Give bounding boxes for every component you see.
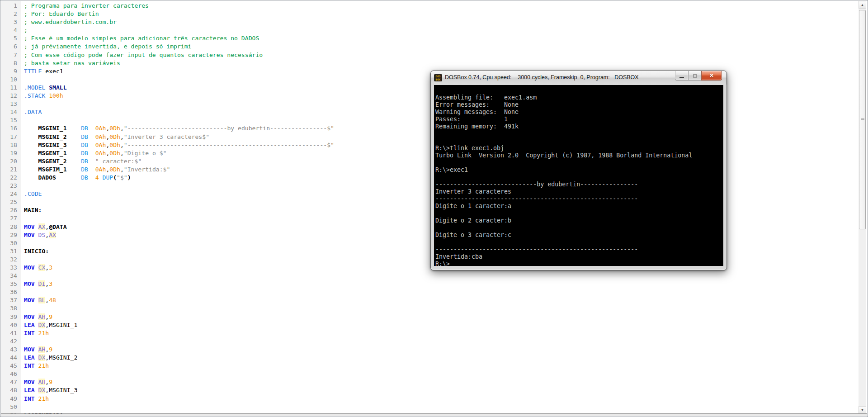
horizontal-scrollbar[interactable]: [1, 413, 867, 416]
scroll-up-button[interactable]: ▲: [859, 1, 866, 9]
console-line: R:\>exec1: [435, 166, 723, 174]
code-line[interactable]: MOV DI,3: [24, 280, 857, 288]
line-number: 9: [1, 67, 21, 76]
console-line: Digite o 1 caracter:a: [435, 203, 723, 210]
console-line: ----------------------------by edubertin…: [435, 181, 723, 188]
line-number: 6: [1, 43, 21, 51]
line-number: 2: [1, 10, 21, 18]
code-line[interactable]: MOV AH,9: [24, 346, 857, 354]
vertical-scrollbar[interactable]: ▲ ▼: [859, 1, 866, 414]
line-number: 18: [1, 141, 21, 149]
line-number: 44: [1, 354, 21, 362]
console-line: [435, 174, 723, 181]
console-line: ----------------------------------------…: [435, 195, 723, 203]
code-line[interactable]: ;: [24, 26, 857, 34]
line-number: 37: [1, 296, 21, 304]
console-line: Error messages: None: [435, 101, 723, 109]
line-number: 17: [1, 133, 21, 141]
line-number: 13: [1, 100, 21, 108]
scroll-thumb[interactable]: [859, 10, 866, 229]
minimize-button[interactable]: [675, 71, 689, 81]
line-number: 25: [1, 198, 21, 206]
line-number: 15: [1, 116, 21, 124]
console-line: Warning messages: None: [435, 109, 723, 116]
code-line[interactable]: [24, 288, 857, 296]
line-number: 22: [1, 174, 21, 182]
line-number: 28: [1, 223, 21, 231]
line-number: 30: [1, 239, 21, 247]
console-line: Turbo Link Version 2.0 Copyright (c) 198…: [435, 152, 723, 159]
line-number: 5: [1, 34, 21, 43]
console-line: [435, 137, 723, 145]
line-number: 31: [1, 247, 21, 256]
minimize-icon: [679, 77, 684, 78]
line-number: 41: [1, 329, 21, 337]
console-line: Remaining memory: 491k: [435, 123, 723, 130]
line-number: 12: [1, 92, 21, 100]
line-number: 19: [1, 149, 21, 157]
code-line[interactable]: ; www.eduardobertin.com.br: [24, 18, 857, 26]
code-line[interactable]: ; Programa para inverter caracteres: [24, 2, 857, 10]
scroll-down-button[interactable]: ▼: [859, 406, 866, 414]
code-line[interactable]: ; já préviamente invertida, e depois só …: [24, 43, 857, 51]
console-line: [435, 224, 723, 232]
line-number: 24: [1, 190, 21, 198]
line-number: 43: [1, 346, 21, 354]
code-line[interactable]: INT 21h: [24, 362, 857, 370]
chevron-up-icon: ▲: [861, 3, 864, 6]
line-number: 42: [1, 337, 21, 346]
code-line[interactable]: ; Por: Eduardo Bertin: [24, 10, 857, 18]
code-line[interactable]: ; Esse é um modelo simples para adiciona…: [24, 34, 857, 43]
scroll-grip-icon: [861, 118, 864, 121]
gutter: 1234567891011121314151617181920212223242…: [1, 1, 21, 415]
line-number: 46: [1, 370, 21, 378]
editor-window: 1234567891011121314151617181920212223242…: [0, 0, 868, 417]
close-button[interactable]: ✕: [701, 71, 722, 81]
console-line: [435, 210, 723, 217]
line-number: 36: [1, 288, 21, 296]
code-line[interactable]: ; basta setar nas variáveis: [24, 59, 857, 67]
console-line: ----------------------------------------…: [435, 246, 723, 253]
window-title: DOSBox 0.74, Cpu speed: 3000 cycles, Fra…: [445, 71, 639, 85]
maximize-button[interactable]: [689, 71, 701, 81]
code-line[interactable]: LEA DX,MSGINI_3: [24, 386, 857, 394]
line-number: 10: [1, 76, 21, 84]
line-number: 23: [1, 182, 21, 190]
line-number: 1: [1, 2, 21, 10]
line-number: 27: [1, 214, 21, 223]
console-line: Passes: 1: [435, 116, 723, 123]
code-line[interactable]: INT 21h: [24, 395, 857, 403]
console-line: Assembling file: exec1.asm: [435, 94, 723, 101]
code-line[interactable]: MOV AH,9: [24, 378, 857, 386]
dosbox-window: DOS BOX DOSBox 0.74, Cpu speed: 3000 cyc…: [430, 71, 727, 270]
code-line[interactable]: LEA DX,MSGINI_2: [24, 354, 857, 362]
code-line[interactable]: MOV AH,9: [24, 313, 857, 321]
code-line[interactable]: [24, 304, 857, 313]
console-line: Invertida:cba: [435, 253, 723, 261]
line-number: 48: [1, 386, 21, 394]
code-line[interactable]: INT 21h: [24, 329, 857, 337]
console-line: [435, 87, 723, 94]
console-line: R:\>_: [435, 261, 723, 266]
code-line[interactable]: [24, 272, 857, 280]
code-line[interactable]: LEA DX,MSGINI_1: [24, 321, 857, 329]
line-number: 40: [1, 321, 21, 329]
line-number: 26: [1, 206, 21, 214]
chevron-down-icon: ▼: [861, 408, 864, 412]
dosbox-logo-icon: DOS BOX: [434, 74, 442, 81]
line-number: 14: [1, 108, 21, 116]
code-line[interactable]: MOV BL,48: [24, 296, 857, 304]
line-number: 39: [1, 313, 21, 321]
code-line[interactable]: ; Com esse código pode fazer input de qu…: [24, 51, 857, 59]
dos-console[interactable]: Assembling file: exec1.asmError messages…: [434, 85, 723, 266]
line-number: 11: [1, 84, 21, 92]
line-number: 29: [1, 231, 21, 239]
line-number: 38: [1, 304, 21, 313]
line-number: 33: [1, 264, 21, 272]
window-controls: ✕: [675, 71, 722, 81]
code-line[interactable]: [24, 370, 857, 378]
dosbox-titlebar[interactable]: DOS BOX DOSBox 0.74, Cpu speed: 3000 cyc…: [431, 71, 726, 85]
code-line[interactable]: [24, 337, 857, 346]
code-line[interactable]: [24, 403, 857, 411]
line-number: 7: [1, 51, 21, 59]
